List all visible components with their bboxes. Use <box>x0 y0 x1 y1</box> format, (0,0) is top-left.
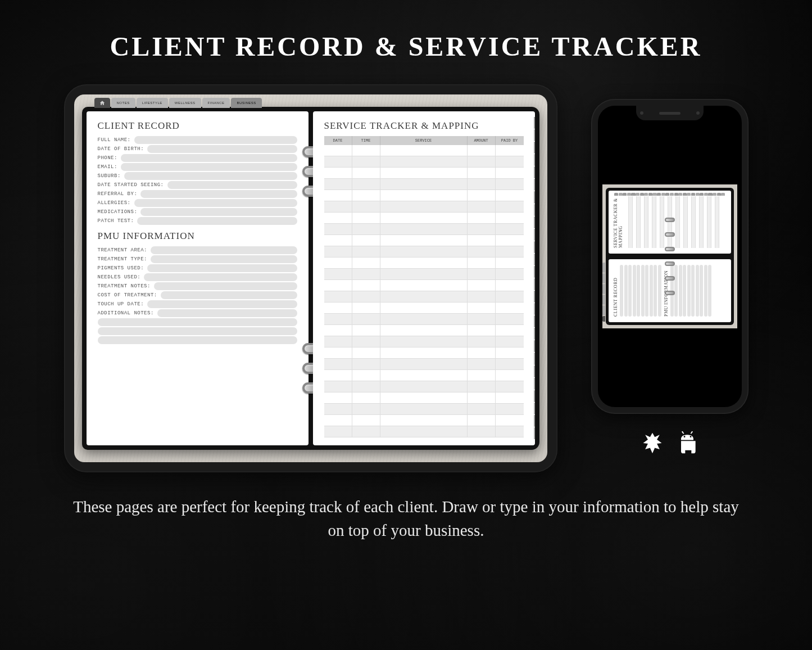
additional-blank-lines <box>98 318 297 344</box>
service-row[interactable] <box>324 325 524 336</box>
extra-blank-line[interactable] <box>98 318 297 326</box>
service-row[interactable] <box>324 415 524 426</box>
alpha-tab-a[interactable]: A <box>534 117 535 129</box>
service-row[interactable] <box>324 190 524 201</box>
service-row[interactable] <box>324 303 524 314</box>
field-label: PHONE: <box>98 155 117 161</box>
alpha-tab-j[interactable]: J <box>534 229 535 241</box>
alpha-tab-k[interactable]: K <box>534 241 535 253</box>
field-row: ADDITIONAL NOTES: <box>98 309 297 317</box>
field-input[interactable] <box>147 264 297 272</box>
field-row: COST OF TREATMENT: <box>98 291 297 299</box>
service-row[interactable] <box>324 168 524 179</box>
field-input[interactable] <box>154 282 297 290</box>
left-page[interactable]: CLIENT RECORD FULL NAME:DATE OF BIRTH:PH… <box>87 111 309 445</box>
field-input[interactable] <box>161 291 297 299</box>
service-row[interactable] <box>324 246 524 258</box>
field-row: PIGMENTS USED: <box>98 264 297 272</box>
service-table-header: DATETIMESERVICEAMOUNTPAID BY <box>324 136 524 145</box>
alpha-tab-y[interactable]: Y <box>534 415 535 427</box>
field-label: ALLERGIES: <box>98 200 131 206</box>
field-input[interactable] <box>140 190 297 198</box>
service-row[interactable] <box>324 201 524 213</box>
extra-blank-line[interactable] <box>98 327 297 335</box>
devices-row: NOTESLIFESTYLEWELLNESSFINANCEBUSINESS CL… <box>0 62 812 472</box>
field-input[interactable] <box>147 145 297 153</box>
field-input[interactable] <box>157 309 297 317</box>
field-input[interactable] <box>151 246 297 254</box>
service-row[interactable] <box>324 359 524 370</box>
alpha-tab-p[interactable]: P <box>534 303 535 315</box>
alpha-tab-h[interactable]: H <box>534 204 535 216</box>
tab-finance[interactable]: FINANCE <box>202 98 230 108</box>
field-row: EMAIL: <box>98 163 297 171</box>
field-input[interactable] <box>121 154 297 162</box>
field-input[interactable] <box>167 181 297 189</box>
alpha-tab-i[interactable]: I <box>534 216 535 228</box>
alpha-tab-l[interactable]: L <box>534 254 535 265</box>
alpha-tab-v[interactable]: V <box>534 378 535 390</box>
client-record-fields: FULL NAME:DATE OF BIRTH:PHONE:EMAIL:SUBU… <box>98 136 297 225</box>
service-row[interactable] <box>324 213 524 224</box>
alpha-index-tabs[interactable]: ABCDEFGHIJKLMNOPQRSTUVWXYZ <box>534 117 535 440</box>
field-input[interactable] <box>144 273 297 281</box>
home-tab-icon[interactable] <box>94 98 110 108</box>
alpha-tab-g[interactable]: G <box>534 191 535 203</box>
service-row[interactable] <box>324 336 524 347</box>
service-row[interactable] <box>324 156 524 168</box>
service-tracker-heading: SERVICE TRACKER & MAPPING <box>324 120 524 132</box>
field-input[interactable] <box>134 136 297 144</box>
alpha-tab-d[interactable]: D <box>534 154 535 166</box>
service-row[interactable] <box>324 269 524 280</box>
field-input[interactable] <box>137 217 297 225</box>
tab-wellness[interactable]: WELLNESS <box>169 98 201 108</box>
service-row[interactable] <box>324 426 524 437</box>
tab-lifestyle[interactable]: LIFESTYLE <box>137 98 168 108</box>
alpha-tab-r[interactable]: R <box>534 328 535 340</box>
alpha-tab-m[interactable]: M <box>534 266 535 278</box>
alpha-tab-u[interactable]: U <box>534 365 535 377</box>
alpha-tab-c[interactable]: C <box>534 142 535 154</box>
alpha-tab-t[interactable]: T <box>534 353 535 364</box>
service-row[interactable] <box>324 404 524 415</box>
field-input[interactable] <box>134 199 297 207</box>
service-row[interactable] <box>324 235 524 246</box>
alpha-tab-q[interactable]: Q <box>534 315 535 327</box>
field-input[interactable] <box>147 300 297 308</box>
field-input[interactable] <box>151 255 297 263</box>
service-row[interactable] <box>324 280 524 291</box>
phone-service-heading: SERVICE TRACKER & MAPPING <box>613 196 623 248</box>
service-row[interactable] <box>324 179 524 190</box>
alpha-tab-z[interactable]: Z <box>534 427 535 439</box>
extra-blank-line[interactable] <box>98 336 297 344</box>
phone-top-tabs <box>602 263 605 322</box>
alpha-tab-b[interactable]: B <box>534 129 535 141</box>
alpha-tab-e[interactable]: E <box>534 166 535 178</box>
alpha-tab-n[interactable]: N <box>534 278 535 290</box>
alpha-tab-s[interactable]: S <box>534 340 535 352</box>
field-input[interactable] <box>121 163 297 171</box>
alpha-tab-x[interactable]: X <box>534 403 535 414</box>
alpha-tab-o[interactable]: O <box>534 291 535 303</box>
service-row[interactable] <box>324 224 524 235</box>
service-row[interactable] <box>324 392 524 404</box>
service-row[interactable] <box>324 370 524 381</box>
service-row[interactable] <box>324 381 524 392</box>
field-row: PATCH TEST: <box>98 217 297 225</box>
service-row[interactable] <box>324 314 524 325</box>
tab-business[interactable]: BUSINESS <box>231 98 261 108</box>
field-label: TREATMENT NOTES: <box>98 283 151 289</box>
column-header: PAID BY <box>496 136 524 145</box>
field-input[interactable] <box>124 172 297 180</box>
field-input[interactable] <box>140 208 297 216</box>
service-row[interactable] <box>324 347 524 359</box>
page-title: CLIENT RECORD & SERVICE TRACKER <box>0 0 812 62</box>
alpha-tab-f[interactable]: F <box>534 179 535 191</box>
right-page[interactable]: SERVICE TRACKER & MAPPING DATETIMESERVIC… <box>313 111 535 445</box>
tab-notes[interactable]: NOTES <box>111 98 135 108</box>
service-table-body[interactable] <box>324 145 524 437</box>
service-row[interactable] <box>324 145 524 156</box>
service-row[interactable] <box>324 291 524 303</box>
alpha-tab-w[interactable]: W <box>534 390 535 402</box>
service-row[interactable] <box>324 258 524 269</box>
